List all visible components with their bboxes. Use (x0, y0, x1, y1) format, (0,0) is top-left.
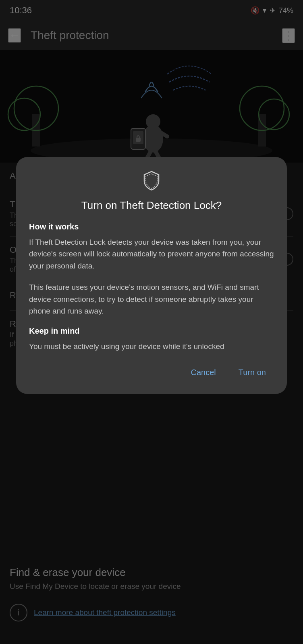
dialog-section3-title: Keep in mind (29, 326, 274, 336)
cancel-button[interactable]: Cancel (183, 362, 224, 383)
dialog-actions: Cancel Turn on (29, 362, 274, 383)
dialog-section1-title: How it works (29, 222, 274, 231)
dialog-shield-icon-wrapper (29, 170, 274, 191)
dialog-section3-text: You must be actively using your device w… (29, 341, 274, 352)
theft-detection-dialog: Turn on Theft Detection Lock? How it wor… (16, 157, 287, 394)
turn-on-button[interactable]: Turn on (230, 362, 274, 383)
dialog-title: Turn on Theft Detection Lock? (29, 199, 274, 213)
dialog-section2-text: This feature uses your device's motion s… (29, 281, 274, 317)
dialog-section1-text: If Theft Detection Lock detects your dev… (29, 236, 274, 272)
shield-icon (141, 170, 162, 191)
